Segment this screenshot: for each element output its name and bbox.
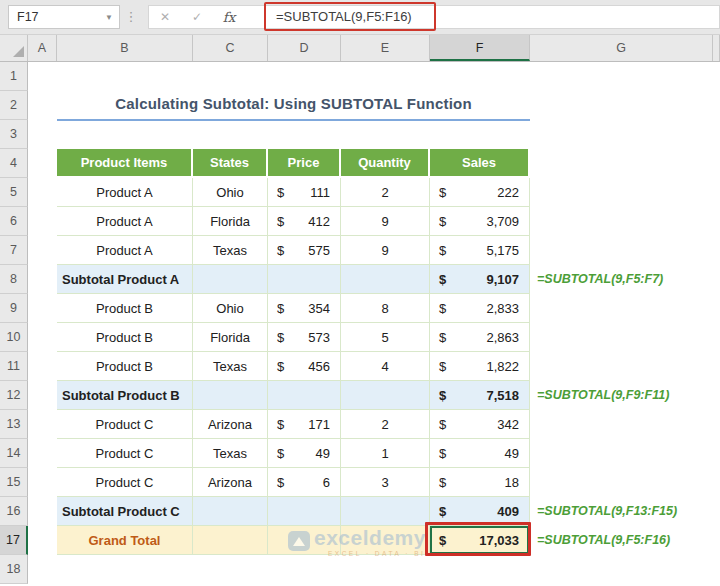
row-header-13[interactable]: 13 — [0, 410, 28, 439]
table-header-price[interactable]: Price — [268, 149, 341, 178]
cell-empty[interactable] — [268, 265, 341, 294]
cell-sales[interactable]: $1,822 — [430, 352, 530, 381]
cell-quantity[interactable]: 1 — [341, 439, 430, 468]
cell-grand-total-label[interactable]: Grand Total — [57, 526, 193, 555]
row-header-15[interactable]: 15 — [0, 468, 28, 497]
cell-quantity[interactable]: 8 — [341, 294, 430, 323]
cell-subtotal-label[interactable]: Subtotal Product B — [57, 381, 193, 410]
cell-empty[interactable] — [193, 497, 268, 526]
cell-empty[interactable] — [268, 497, 341, 526]
cell-state[interactable]: Ohio — [193, 178, 268, 207]
row-header-5[interactable]: 5 — [0, 178, 28, 207]
name-box[interactable]: F17 ▼ — [8, 5, 120, 29]
row-header-6[interactable]: 6 — [0, 207, 28, 236]
cell-product[interactable]: Product C — [57, 439, 193, 468]
cell-price[interactable]: $354 — [268, 294, 341, 323]
cell-price[interactable]: $49 — [268, 439, 341, 468]
formula-input[interactable]: =SUBTOTAL(9,F5:F16) — [266, 9, 412, 24]
cell-quantity[interactable]: 2 — [341, 410, 430, 439]
cell-subtotal-sales[interactable]: $9,107 — [430, 265, 530, 294]
cell-product[interactable]: Product A — [57, 178, 193, 207]
row-header-3[interactable]: 3 — [0, 120, 28, 149]
cell-sales[interactable]: $3,709 — [430, 207, 530, 236]
row-header-14[interactable]: 14 — [0, 439, 28, 468]
cell-empty[interactable] — [268, 381, 341, 410]
cell-subtotal-label[interactable]: Subtotal Product C — [57, 497, 193, 526]
cell-quantity[interactable]: 9 — [341, 207, 430, 236]
cell-quantity[interactable]: 9 — [341, 236, 430, 265]
cell-sales[interactable]: $342 — [430, 410, 530, 439]
cell-sales[interactable]: $49 — [430, 439, 530, 468]
cell-product[interactable]: Product A — [57, 236, 193, 265]
row-header-7[interactable]: 7 — [0, 236, 28, 265]
table-header-sales[interactable]: Sales — [430, 149, 530, 178]
row-header-17[interactable]: 17 — [0, 526, 28, 555]
cell-state[interactable]: Texas — [193, 439, 268, 468]
column-header-B[interactable]: B — [57, 35, 193, 61]
cell-sales[interactable]: $222 — [430, 178, 530, 207]
cell-price[interactable]: $575 — [268, 236, 341, 265]
cell-price[interactable]: $412 — [268, 207, 341, 236]
row-header-16[interactable]: 16 — [0, 497, 28, 526]
cell-empty[interactable] — [341, 265, 430, 294]
column-header-C[interactable]: C — [193, 35, 268, 61]
cell-state[interactable]: Texas — [193, 236, 268, 265]
cell-state[interactable]: Arizona — [193, 410, 268, 439]
column-header-F[interactable]: F — [430, 35, 530, 61]
cell-product[interactable]: Product B — [57, 323, 193, 352]
cell-state[interactable]: Arizona — [193, 468, 268, 497]
column-header-G[interactable]: G — [530, 35, 713, 61]
cell-empty[interactable] — [193, 381, 268, 410]
table-header-product-items[interactable]: Product Items — [57, 149, 193, 178]
row-header-11[interactable]: 11 — [0, 352, 28, 381]
row-header-9[interactable]: 9 — [0, 294, 28, 323]
column-header-partial[interactable] — [713, 35, 720, 61]
cell-subtotal-sales[interactable]: $7,518 — [430, 381, 530, 410]
row-header-1[interactable]: 1 — [0, 62, 28, 91]
cell-product[interactable]: Product C — [57, 410, 193, 439]
row-header-4[interactable]: 4 — [0, 149, 28, 178]
cell-product[interactable]: Product B — [57, 352, 193, 381]
cell-state[interactable]: Ohio — [193, 294, 268, 323]
cell-price[interactable]: $456 — [268, 352, 341, 381]
cell-subtotal-label[interactable]: Subtotal Product A — [57, 265, 193, 294]
table-header-states[interactable]: States — [193, 149, 268, 178]
name-box-dropdown-icon[interactable]: ▼ — [99, 13, 119, 22]
row-header-10[interactable]: 10 — [0, 323, 28, 352]
cell-empty[interactable] — [193, 526, 268, 555]
column-header-D[interactable]: D — [268, 35, 341, 61]
cancel-icon[interactable]: ✕ — [149, 10, 181, 24]
cell-quantity[interactable]: 4 — [341, 352, 430, 381]
column-header-A[interactable]: A — [28, 35, 57, 61]
cell-sales[interactable]: $2,863 — [430, 323, 530, 352]
row-header-2[interactable]: 2 — [0, 91, 28, 120]
cell-state[interactable]: Florida — [193, 323, 268, 352]
cell-grand-total-sales[interactable]: $17,033 — [430, 526, 530, 555]
cell-quantity[interactable]: 5 — [341, 323, 430, 352]
cell-sales[interactable]: $18 — [430, 468, 530, 497]
cell-price[interactable]: $6 — [268, 468, 341, 497]
row-header-8[interactable]: 8 — [0, 265, 28, 294]
cell-state[interactable]: Texas — [193, 352, 268, 381]
row-header-18[interactable]: 18 — [0, 555, 28, 584]
cell-product[interactable]: Product B — [57, 294, 193, 323]
row-header-12[interactable]: 12 — [0, 381, 28, 410]
cell-state[interactable]: Florida — [193, 207, 268, 236]
cell-price[interactable]: $171 — [268, 410, 341, 439]
cell-product[interactable]: Product C — [57, 468, 193, 497]
cell-empty[interactable] — [193, 265, 268, 294]
cell-price[interactable]: $111 — [268, 178, 341, 207]
cell-empty[interactable] — [341, 497, 430, 526]
cell-quantity[interactable]: 3 — [341, 468, 430, 497]
table-header-quantity[interactable]: Quantity — [341, 149, 430, 178]
insert-function-icon[interactable]: fx — [213, 9, 245, 25]
cell-subtotal-sales[interactable]: $409 — [430, 497, 530, 526]
column-header-E[interactable]: E — [341, 35, 430, 61]
cell-empty[interactable] — [341, 381, 430, 410]
cell-price[interactable]: $573 — [268, 323, 341, 352]
cell-quantity[interactable]: 2 — [341, 178, 430, 207]
enter-icon[interactable]: ✓ — [181, 10, 213, 24]
cell-sales[interactable]: $2,833 — [430, 294, 530, 323]
cell-sales[interactable]: $5,175 — [430, 236, 530, 265]
select-all-corner[interactable] — [0, 35, 28, 61]
